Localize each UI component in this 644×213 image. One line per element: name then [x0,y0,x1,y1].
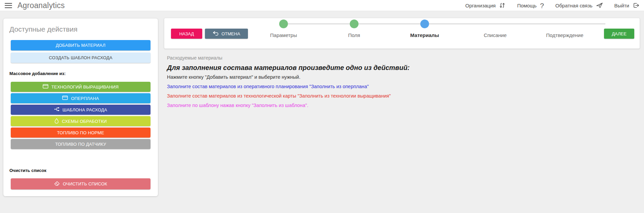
add-material-label: ДОБАВИТЬ МАТЕРИАЛ [56,43,105,48]
consumed-materials-label: Расходуемые материалы [167,55,222,61]
instructions-list: Нажмите кнопку "Добавить материал" и выб… [167,74,391,112]
step-label: Поля [348,32,360,38]
step-materials[interactable]: Материалы [410,18,439,38]
instruction-line: Нажмите кнопку "Добавить материал" и выб… [167,74,391,80]
mass-add-growing-tech-label: ТЕХНОЛОГИЙ ВЫРАЩИВАНИЯ [51,84,119,90]
mass-add-fuel-by-norm-label: ТОПЛИВО ПО НОРМЕ [57,130,104,135]
organization-button[interactable]: Организация [465,2,506,9]
mass-add-fuel-by-norm-button[interactable]: ТОПЛИВО ПО НОРМЕ [11,128,151,138]
feedback-label: Обратная связь [555,3,593,8]
create-expense-template-label: СОЗДАТЬ ШАБЛОН РАСХОДА [49,55,112,60]
step-label: Параметры [270,32,297,38]
wizard-stepper: Параметры Поля Материалы Списание Подтве… [164,18,640,48]
step-label: Материалы [410,32,439,38]
logout-icon [633,2,639,9]
mass-add-label: Массовое добавление из: [9,71,151,76]
eraser-icon [54,181,60,187]
mass-add-treatment-scheme-button[interactable]: СХЕМЫ ОБРАБОТКИ [11,116,151,126]
mass-add-expense-template-label: ШАБЛОНА РАСХОДА [62,107,107,112]
step-label: Подтверждение [546,32,583,38]
step-parameters[interactable]: Параметры [270,18,297,38]
instruction-line: Заполните состав материалов из технологи… [167,93,391,99]
mass-add-fuel-by-sensor-label: ТОПЛИВО ПО ДАТЧИКУ [55,142,106,147]
create-expense-template-button[interactable]: СОЗДАТЬ ШАБЛОН РАСХОДА [11,52,151,63]
logout-button[interactable]: Выйти [614,2,639,9]
organization-label: Организация [465,3,496,8]
step-dot-done [350,20,358,28]
swap-icon [499,2,506,9]
mass-add-fuel-by-sensor-button[interactable]: ТОПЛИВО ПО ДАТЧИКУ [11,139,151,149]
panel-title: Доступные действия [9,25,151,33]
app-title: Agroanalytics [17,1,65,10]
card-icon [43,84,48,90]
mass-add-treatment-scheme-label: СХЕМЫ ОБРАБОТКИ [62,119,106,124]
header-actions: Организация Помощь ? Обратная связь Выйт… [465,2,639,9]
help-icon: ? [540,2,544,9]
step-writeoff[interactable]: Списание [484,18,507,38]
clear-list-label: Очистить список [9,168,151,173]
clear-list-button-label: ОЧИСТИТЬ СПИСОК [63,181,107,186]
mass-add-operplan-button[interactable]: ОПЕРПЛАНА [11,93,151,103]
send-icon [596,2,603,9]
available-actions-panel: Доступные действия ДОБАВИТЬ МАТЕРИАЛ СОЗ… [3,19,158,196]
help-label: Помощь [517,3,536,8]
help-button[interactable]: Помощь ? [517,2,544,9]
hamburger-menu-icon[interactable] [5,3,12,8]
instructions-heading: Для заполнения состава материалов произв… [167,64,410,72]
step-dot-done [279,20,288,28]
mass-add-growing-tech-button[interactable]: ТЕХНОЛОГИЙ ВЫРАЩИВАНИЯ [11,82,151,92]
mass-add-expense-template-button[interactable]: ШАБЛОНА РАСХОДА [11,105,151,115]
card-icon [62,96,68,101]
step-confirmation[interactable]: Подтверждение [546,18,583,38]
hierarchy-icon [54,107,59,113]
feedback-button[interactable]: Обратная связь [555,2,603,9]
instruction-line: Заполните по шаблону нажав кнопку "Запол… [167,102,391,108]
instruction-line: Заполните состав материалов из оперативн… [167,83,391,90]
wizard-toolbar-card: НАЗАД ОТМЕНА Параметры Поля Материалы Сп… [164,18,640,49]
step-fields[interactable]: Поля [348,18,360,38]
logout-label: Выйти [614,3,629,8]
droplet-icon [54,118,59,125]
clear-list-button[interactable]: ОЧИСТИТЬ СПИСОК [11,178,151,189]
next-button[interactable]: ДАЛЕЕ [604,29,634,39]
mass-add-operplan-label: ОПЕРПЛАНА [71,96,99,101]
step-dot-active [420,20,429,28]
next-button-label: ДАЛЕЕ [612,31,627,36]
app-header: Agroanalytics Организация Помощь ? Обрат… [0,0,644,11]
add-material-button[interactable]: ДОБАВИТЬ МАТЕРИАЛ [11,40,151,50]
step-label: Списание [484,32,507,38]
